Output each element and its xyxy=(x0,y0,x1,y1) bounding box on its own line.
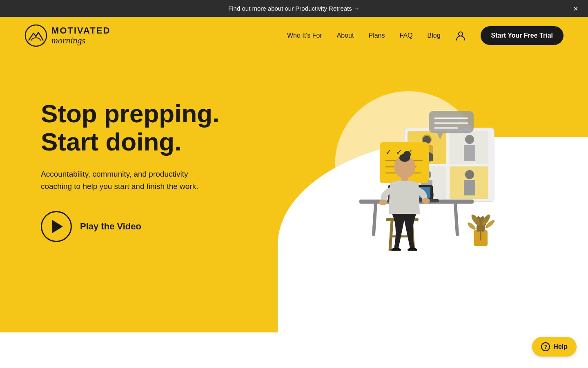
svg-point-48 xyxy=(379,200,387,205)
announcement-close-button[interactable]: × xyxy=(573,4,578,13)
play-circle xyxy=(41,211,72,242)
nav-blog[interactable]: Blog xyxy=(428,32,441,39)
logo-text: MOTIVATED mornings xyxy=(51,26,110,45)
svg-rect-42 xyxy=(394,248,396,251)
svg-rect-18 xyxy=(429,111,474,133)
below-hero-section xyxy=(0,332,588,368)
nav-about[interactable]: About xyxy=(337,32,354,39)
hero-headline: Stop prepping. Start doing. xyxy=(41,100,253,155)
hero-headline-line1: Stop prepping. xyxy=(41,99,219,128)
svg-rect-10 xyxy=(464,145,475,161)
svg-rect-17 xyxy=(464,180,475,195)
play-video-button[interactable]: Play the Video xyxy=(41,211,253,242)
svg-point-47 xyxy=(403,151,411,158)
svg-point-16 xyxy=(465,170,474,179)
svg-line-32 xyxy=(455,204,457,234)
svg-rect-43 xyxy=(410,248,412,251)
hero-subtext: Accountability, community, and productiv… xyxy=(41,168,220,193)
logo-icon xyxy=(24,24,47,47)
svg-point-9 xyxy=(465,135,474,144)
hero-section: Stop prepping. Start doing. Accountabili… xyxy=(0,54,588,332)
start-trial-button[interactable]: Start Your Free Trial xyxy=(481,26,564,45)
logo-mornings: mornings xyxy=(51,36,110,45)
announcement-bar: Find out more about our Productivity Ret… xyxy=(0,0,588,17)
logo-link[interactable]: MOTIVATED mornings xyxy=(24,24,110,47)
help-icon: ? xyxy=(541,342,550,351)
nav-faq[interactable]: FAQ xyxy=(399,32,412,39)
announcement-text: Find out more about our Productivity Ret… xyxy=(228,5,360,12)
person-icon xyxy=(455,30,466,41)
main-nav: Who It's For About Plans FAQ Blog Start … xyxy=(287,26,564,45)
svg-line-31 xyxy=(374,204,376,234)
hero-illustration: ✓ ✓ ✓ xyxy=(270,79,555,251)
help-label: Help xyxy=(553,343,568,350)
hero-content: Stop prepping. Start doing. Accountabili… xyxy=(0,54,588,275)
nav-plans[interactable]: Plans xyxy=(368,32,385,39)
nav-who-its-for[interactable]: Who It's For xyxy=(287,32,322,39)
svg-point-1 xyxy=(459,32,463,36)
svg-text:✓: ✓ xyxy=(385,148,392,156)
play-triangle-icon xyxy=(52,220,63,233)
hero-headline-line2: Start doing. xyxy=(41,128,181,156)
play-video-label: Play the Video xyxy=(80,221,141,232)
user-account-icon[interactable] xyxy=(455,30,466,41)
header: MOTIVATED mornings Who It's For About Pl… xyxy=(0,17,588,54)
hero-left: Stop prepping. Start doing. Accountabili… xyxy=(41,88,253,242)
hero-illustration-svg: ✓ ✓ ✓ xyxy=(310,79,514,251)
svg-point-49 xyxy=(422,198,430,204)
logo-motivated: MOTIVATED xyxy=(51,26,110,36)
help-button[interactable]: ? Help xyxy=(532,337,577,357)
